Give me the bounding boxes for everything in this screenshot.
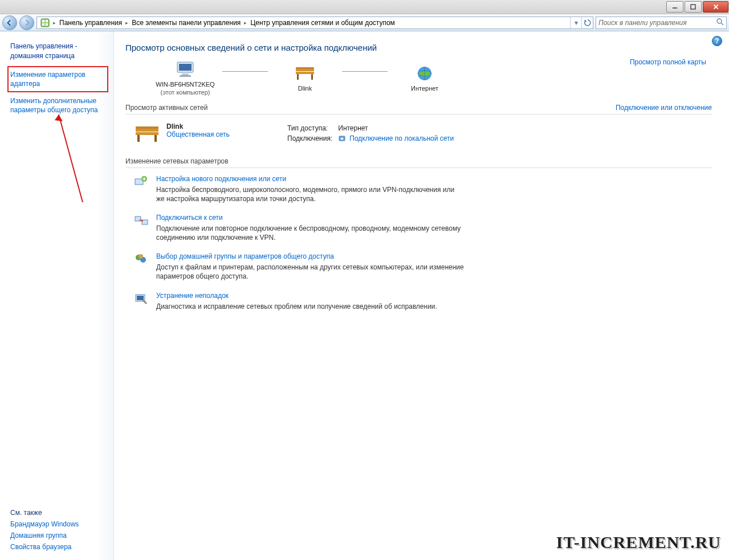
breadcrumb-all-items[interactable]: Все элементы панели управления — [129, 17, 243, 28]
search-input[interactable]: Поиск в панели управления — [596, 17, 727, 29]
network-map: Просмотр полной карты WIN-BF6H5NT2KEQ(эт… — [125, 60, 712, 101]
connect-disconnect-link[interactable]: Подключение или отключение — [616, 104, 712, 112]
computer-icon — [174, 60, 197, 79]
task-new-connection: Настройка нового подключения или сети На… — [125, 175, 712, 203]
svg-rect-16 — [180, 75, 191, 77]
chevron-right-icon: ▸ — [124, 20, 129, 26]
svg-rect-15 — [182, 73, 189, 75]
sidebar-homegroup-link[interactable]: Домашняя группа — [10, 532, 105, 539]
troubleshoot-icon — [133, 292, 149, 305]
svg-rect-19 — [297, 74, 299, 80]
task-troubleshoot: Устранение неполадок Диагностика и испра… — [125, 292, 712, 311]
ethernet-icon — [338, 134, 346, 144]
svg-point-9 — [717, 19, 722, 23]
view-full-map-link[interactable]: Просмотр полной карты — [630, 58, 706, 66]
sidebar-firewall-link[interactable]: Брандмауэр Windows — [10, 520, 105, 528]
change-settings-header: Изменение сетевых параметров — [125, 155, 712, 168]
task-homegroup: Выбор домашней группы и параметров общег… — [125, 252, 712, 281]
map-node-internet: Интернет — [388, 64, 462, 93]
svg-rect-8 — [46, 23, 48, 26]
sidebar-adapter-settings-link[interactable]: Изменение параметров адаптера — [10, 69, 105, 89]
sidebar-browser-props-link[interactable]: Свойства браузера — [10, 543, 105, 551]
search-icon — [716, 18, 724, 27]
search-placeholder: Поиск в панели управления — [598, 19, 687, 27]
svg-rect-6 — [46, 20, 48, 22]
svg-rect-28 — [154, 135, 157, 142]
lan-connection-link[interactable]: Подключение по локальной сети — [349, 134, 454, 142]
network-bench-icon — [133, 122, 161, 145]
svg-rect-17 — [296, 69, 314, 71]
annotation-arrow — [48, 111, 94, 208]
connect-network-icon — [133, 214, 149, 227]
chevron-right-icon: ▸ — [52, 20, 57, 26]
map-node-this-pc: WIN-BF6H5NT2KEQ(этот компьютер) — [148, 60, 222, 97]
svg-rect-25 — [136, 129, 158, 132]
sidebar: Панель управления - домашняя страница Из… — [0, 31, 114, 560]
nav-forward-button[interactable] — [19, 15, 34, 30]
sidebar-sharing-settings-link[interactable]: Изменить дополнительные параметры общего… — [10, 96, 105, 115]
map-node-router: Dlink — [268, 64, 342, 93]
access-type-label: Тип доступа: — [287, 124, 337, 133]
svg-point-41 — [139, 254, 143, 259]
new-connection-icon — [133, 175, 149, 189]
svg-marker-12 — [55, 115, 63, 121]
svg-rect-29 — [136, 126, 158, 129]
svg-rect-18 — [296, 72, 314, 74]
svg-rect-5 — [42, 20, 44, 22]
map-connector — [342, 71, 388, 72]
svg-rect-43 — [137, 296, 144, 300]
access-type-value: Интернет — [338, 124, 458, 133]
breadcrumb-control-panel[interactable]: Панель управления — [57, 17, 124, 28]
sidebar-home-link[interactable]: Панель управления - домашняя страница — [10, 42, 105, 61]
svg-rect-31 — [341, 138, 343, 140]
network-name: Dlink — [166, 122, 286, 130]
nav-back-button[interactable] — [2, 15, 17, 30]
globe-icon — [413, 64, 436, 83]
window-minimize-button[interactable] — [666, 1, 683, 13]
bench-icon — [294, 64, 316, 83]
tasks-list: Настройка нового подключения или сети На… — [125, 173, 712, 311]
active-networks-header: Просмотр активных сетей Подключение или … — [125, 101, 712, 115]
breadcrumb[interactable]: ▸ Панель управления ▸ Все элементы панел… — [36, 17, 593, 29]
chevron-right-icon: ▸ — [243, 20, 248, 26]
network-type-link[interactable]: Общественная сеть — [166, 130, 230, 138]
content-area: ? Просмотр основных сведений о сети и на… — [114, 31, 729, 560]
svg-line-10 — [721, 23, 723, 25]
svg-rect-1 — [691, 5, 695, 9]
help-icon[interactable]: ? — [712, 36, 722, 46]
svg-rect-27 — [137, 135, 140, 142]
breadcrumb-dropdown-button[interactable]: ▾ — [570, 17, 581, 28]
window-maximize-button[interactable] — [685, 1, 702, 13]
window-close-button[interactable] — [703, 1, 728, 13]
map-connector — [222, 71, 268, 72]
svg-rect-14 — [179, 64, 192, 71]
svg-rect-20 — [311, 74, 313, 80]
watermark: IT-INCREMENT.RU — [556, 533, 721, 552]
sidebar-seealso-header: См. также — [10, 509, 105, 517]
homegroup-icon — [133, 252, 149, 266]
active-network-block: Dlink Общественная сеть Тип доступа: Инт… — [125, 119, 712, 155]
svg-rect-7 — [42, 23, 44, 26]
task-connect-network: Подключиться к сети Подключение или повт… — [125, 214, 712, 242]
page-title: Просмотр основных сведений о сети и наст… — [125, 43, 712, 52]
breadcrumb-network-center[interactable]: Центр управления сетями и общим доступом — [248, 17, 397, 28]
address-bar: ▸ Панель управления ▸ Все элементы панел… — [0, 14, 729, 31]
svg-rect-21 — [296, 67, 314, 69]
refresh-button[interactable] — [581, 17, 593, 28]
connections-label: Подключения: — [287, 134, 337, 145]
svg-rect-26 — [136, 132, 158, 135]
control-panel-icon — [40, 18, 50, 27]
svg-line-11 — [59, 115, 83, 202]
window-titlebar — [0, 0, 729, 14]
